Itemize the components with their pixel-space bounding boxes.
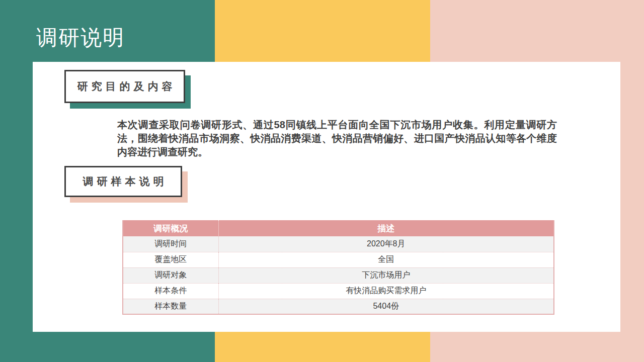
table-row: 样本数量 5404份 [123,299,554,314]
table-header-row: 调研概况 描述 [123,220,554,236]
section-header-label: 调研样本说明 [79,174,168,189]
table-row: 样本条件 有快消品购买需求用户 [123,283,554,299]
table-cell-label: 调研对象 [123,267,218,283]
section-header-research-purpose: 研究目的及内容 [64,70,185,103]
section-header-sample-description: 调研样本说明 [64,166,182,197]
table-cell-label: 样本数量 [123,299,218,314]
table-cell-value: 有快消品购买需求用户 [218,283,554,299]
table-cell-value: 全国 [218,252,554,267]
table-header-description: 描述 [218,220,554,236]
table-cell-label: 调研时间 [123,236,218,252]
page-title: 调研说明 [36,25,125,50]
table-cell-value: 2020年8月 [218,236,554,252]
table-cell-value: 5404份 [218,299,554,314]
table-cell-value: 下沉市场用户 [218,267,554,283]
research-description-paragraph: 本次调查采取问卷调研形式、通过58同镇线上平台面向全国下沉市场用户收集。利用定量… [117,118,557,159]
slide: 调研说明 研究目的及内容 本次调查采取问卷调研形式、通过58同镇线上平台面向全国… [0,0,644,362]
survey-sample-table: 调研概况 描述 调研时间 2020年8月 覆盖地区 全国 调研对象 下沉市场用户 [122,220,554,315]
table-row: 调研时间 2020年8月 [123,236,554,252]
table-row: 调研对象 下沉市场用户 [123,267,554,283]
table-header-overview: 调研概况 [123,220,218,236]
table-cell-label: 样本条件 [123,283,218,299]
table-cell-label: 覆盖地区 [123,252,218,267]
content-card: 研究目的及内容 本次调查采取问卷调研形式、通过58同镇线上平台面向全国下沉市场用… [33,62,620,332]
section-header-label: 研究目的及内容 [74,79,176,94]
table-row: 覆盖地区 全国 [123,252,554,267]
